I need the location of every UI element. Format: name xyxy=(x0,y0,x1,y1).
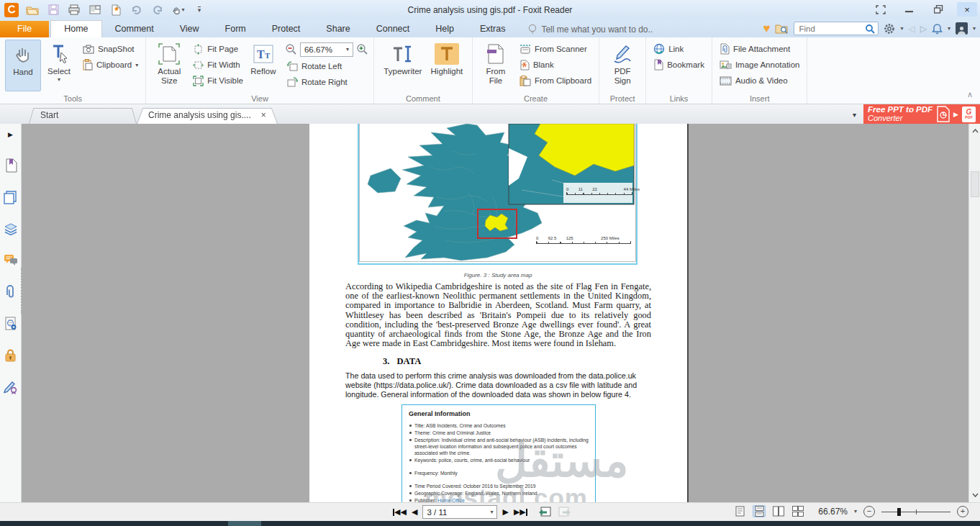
new-document-icon[interactable] xyxy=(109,3,123,17)
layers-panel-icon[interactable] xyxy=(4,222,18,236)
file-attachment-button[interactable]: File Attachment xyxy=(717,42,802,56)
ppt-to-pdf-banner[interactable]: Free PPT to PDFConverter ▶ G PDF xyxy=(863,104,980,124)
from-clipboard-button[interactable]: From Clipboard xyxy=(517,73,594,88)
undo-icon[interactable] xyxy=(130,3,144,17)
highlight-button[interactable]: Highlight xyxy=(427,40,467,91)
history-forward-icon[interactable]: ▷ xyxy=(920,24,927,34)
pages-panel-icon[interactable] xyxy=(4,190,18,204)
scrollbar-thumb[interactable] xyxy=(971,171,979,197)
banner-caret-icon[interactable]: ▾ xyxy=(853,111,863,124)
expand-panel-icon[interactable]: ▶ xyxy=(8,131,13,138)
redo-icon[interactable] xyxy=(150,3,165,17)
tab-form[interactable]: Form xyxy=(212,21,259,37)
dock-corners-icon[interactable] xyxy=(871,2,891,17)
next-view-icon[interactable] xyxy=(558,506,571,518)
blank-button[interactable]: Blank xyxy=(517,58,594,72)
scroll-up-icon[interactable] xyxy=(969,125,980,137)
attachments-panel-icon[interactable] xyxy=(4,285,18,299)
continuous-facing-view-icon[interactable] xyxy=(791,505,804,517)
comments-panel-icon[interactable] xyxy=(4,253,18,268)
zoom-slider-thumb[interactable] xyxy=(897,508,901,516)
facing-view-icon[interactable] xyxy=(772,505,785,517)
document-canvas[interactable]: 0 11 22 44 Miles 0 62.5 125 250 Miles Fi… xyxy=(22,124,968,502)
zoom-slider[interactable] xyxy=(881,506,950,517)
save-icon[interactable] xyxy=(46,3,60,17)
tab-share[interactable]: Share xyxy=(313,21,363,37)
bell-icon[interactable] xyxy=(932,23,943,35)
favorite-heart-icon[interactable]: ♥ xyxy=(763,22,770,35)
vertical-scrollbar[interactable] xyxy=(968,124,980,502)
next-page-button[interactable]: ▶ xyxy=(502,507,508,517)
zoom-in-button[interactable]: + xyxy=(957,506,968,517)
last-page-button[interactable]: ▶▶ xyxy=(514,507,527,517)
zoom-out-icon[interactable] xyxy=(285,43,297,55)
avatar-caret-icon[interactable]: ▾ xyxy=(973,25,976,32)
fit-width-button[interactable]: Fit Width xyxy=(191,58,245,72)
zoom-out-button[interactable]: − xyxy=(863,506,875,517)
scroll-down-icon[interactable] xyxy=(969,489,980,501)
find-input[interactable] xyxy=(799,24,865,33)
bookmarks-panel-icon[interactable] xyxy=(4,158,18,173)
close-button[interactable]: × xyxy=(957,2,977,17)
email-icon[interactable] xyxy=(88,3,102,17)
search-folder-icon[interactable] xyxy=(775,23,789,34)
pdf-page[interactable]: 0 11 22 44 Miles 0 62.5 125 250 Miles Fi… xyxy=(309,124,689,502)
continuous-view-icon[interactable] xyxy=(753,505,766,517)
bookmark-button[interactable]: Bookmark xyxy=(651,58,707,72)
tab-help[interactable]: Help xyxy=(422,21,467,37)
snapshot-button[interactable]: SnapShot xyxy=(81,42,140,56)
rotate-left-button[interactable]: Rotate Left xyxy=(285,59,368,73)
hand-button[interactable]: Hand xyxy=(5,40,41,91)
customize-toolbar-icon[interactable]: ▾ xyxy=(192,3,207,17)
tab-home[interactable]: Home xyxy=(50,20,101,37)
doc-tab-close-icon[interactable]: × xyxy=(261,110,266,120)
from-scanner-button[interactable]: From Scanner xyxy=(517,42,594,56)
tab-file[interactable]: File xyxy=(0,21,49,37)
select-button[interactable]: Select ▾ xyxy=(41,40,77,91)
avatar[interactable] xyxy=(956,22,968,35)
doc-tab-active[interactable]: Crime analysis using gis.... × xyxy=(137,106,278,124)
search-icon[interactable] xyxy=(865,24,875,34)
history-back-icon[interactable]: ◁ xyxy=(909,24,915,34)
from-file-button[interactable]: FromFile xyxy=(478,40,514,91)
tab-view[interactable]: View xyxy=(167,21,212,37)
print-icon[interactable] xyxy=(67,3,81,17)
reflow-button[interactable]: TT Reflow xyxy=(245,40,281,91)
zoom-caret-icon[interactable]: ▾ xyxy=(854,508,857,514)
tab-comment[interactable]: Comment xyxy=(102,21,167,37)
previous-view-icon[interactable] xyxy=(538,506,552,518)
collapse-ribbon-icon[interactable]: ∧ xyxy=(967,90,973,99)
single-page-view-icon[interactable] xyxy=(733,505,746,517)
tell-me-box[interactable]: Tell me what you want to do.. xyxy=(528,24,653,37)
protection-panel-icon[interactable] xyxy=(4,348,18,363)
hand-tool-dropdown-icon[interactable]: ▾ xyxy=(171,3,186,17)
zoom-combobox[interactable]: 66.67% ▾ xyxy=(300,42,353,57)
fit-page-button[interactable]: Fit Page xyxy=(191,42,245,56)
audio-video-button[interactable]: Audio & Video xyxy=(717,73,802,88)
pdf-sign-button[interactable]: PDFSign xyxy=(604,40,640,91)
bell-caret-icon[interactable]: ▾ xyxy=(948,25,950,32)
first-page-button[interactable]: ◀◀ xyxy=(393,507,407,517)
tab-extras[interactable]: Extras xyxy=(467,21,518,37)
tab-connect[interactable]: Connect xyxy=(363,21,423,37)
image-annotation-button[interactable]: Image Annotation xyxy=(717,58,802,72)
foxit-logo-icon[interactable] xyxy=(4,3,19,17)
previous-page-button[interactable]: ◀ xyxy=(412,507,417,517)
rotate-right-button[interactable]: Rotate Right xyxy=(285,75,368,89)
clipboard-button[interactable]: Clipboard ▾ xyxy=(81,58,140,72)
actual-size-button[interactable]: ActualSize xyxy=(151,40,187,91)
page-number-box[interactable]: 3 / 11 ▾ xyxy=(422,505,497,519)
minimize-button[interactable] xyxy=(899,2,920,17)
security-settings-panel-icon[interactable] xyxy=(4,317,18,331)
find-box[interactable] xyxy=(794,22,879,35)
gear-icon[interactable] xyxy=(884,23,895,35)
restore-button[interactable] xyxy=(928,2,948,17)
zoom-in-icon[interactable] xyxy=(356,43,368,55)
link-button[interactable]: Link xyxy=(651,42,707,56)
typewriter-button[interactable]: Typewriter xyxy=(379,40,427,91)
digital-signatures-panel-icon[interactable] xyxy=(4,380,18,394)
gear-caret-icon[interactable]: ▾ xyxy=(900,25,903,32)
tab-protect[interactable]: Protect xyxy=(259,21,314,37)
fit-visible-button[interactable]: Fit Visible xyxy=(191,73,245,88)
doc-tab-start[interactable]: Start xyxy=(29,106,137,124)
